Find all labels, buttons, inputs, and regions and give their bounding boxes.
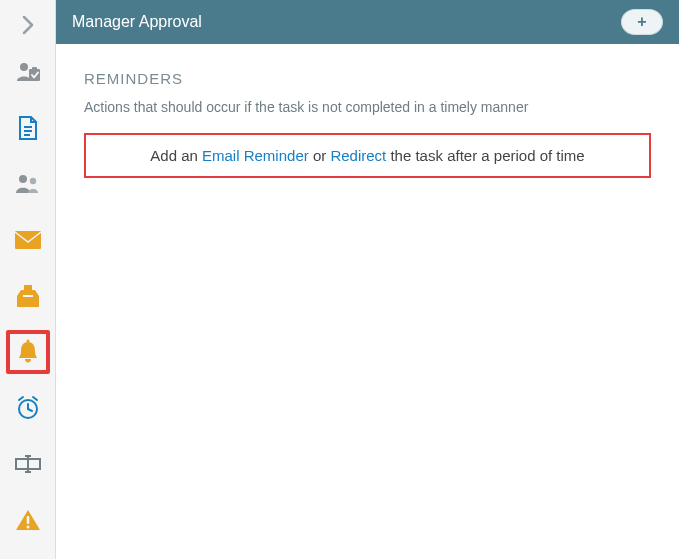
svg-rect-22 [26, 516, 29, 524]
document-icon [16, 115, 40, 141]
svg-point-12 [26, 340, 29, 343]
sidebar-item-alarm[interactable] [6, 386, 50, 430]
sidebar-item-warning[interactable] [6, 498, 50, 542]
action-text-suffix: the task after a period of time [386, 147, 584, 164]
user-check-icon [15, 59, 41, 85]
sidebar-item-user-check[interactable] [6, 50, 50, 94]
sidebar-item-rename[interactable] [6, 442, 50, 486]
svg-line-17 [33, 397, 37, 400]
sidebar-item-users[interactable] [6, 162, 50, 206]
svg-point-23 [26, 526, 29, 529]
svg-line-16 [19, 397, 23, 400]
envelope-icon [14, 230, 42, 250]
app-root: Manager Approval + REMINDERS Actions tha… [0, 0, 679, 559]
svg-rect-1 [29, 69, 40, 81]
ballot-box-icon [15, 284, 41, 308]
add-button[interactable]: + [621, 9, 663, 35]
reminders-action-box: Add an Email Reminder or Redirect the ta… [84, 133, 651, 178]
sidebar-item-reminders[interactable] [6, 330, 50, 374]
svg-rect-10 [24, 285, 32, 294]
sidebar [0, 0, 56, 559]
warning-icon [15, 508, 41, 532]
reminders-description: Actions that should occur if the task is… [84, 99, 651, 115]
alarm-clock-icon [15, 395, 41, 421]
svg-rect-8 [15, 231, 41, 249]
sidebar-item-document[interactable] [6, 106, 50, 150]
page-title: Manager Approval [72, 13, 202, 31]
chevron-right-icon [21, 15, 35, 35]
svg-point-7 [29, 178, 35, 184]
svg-point-6 [19, 175, 27, 183]
action-text-mid: or [309, 147, 331, 164]
svg-rect-9 [17, 296, 39, 307]
main-panel: Manager Approval + REMINDERS Actions tha… [56, 0, 679, 559]
plus-icon: + [637, 14, 646, 30]
rename-icon [14, 454, 42, 474]
content-area: REMINDERS Actions that should occur if t… [56, 44, 679, 204]
svg-line-15 [28, 409, 32, 411]
svg-rect-11 [23, 295, 33, 297]
action-text-prefix: Add an [150, 147, 202, 164]
svg-point-0 [20, 63, 28, 71]
sidebar-item-envelope[interactable] [6, 218, 50, 262]
sidebar-item-ballot-box[interactable] [6, 274, 50, 318]
redirect-link[interactable]: Redirect [330, 147, 386, 164]
svg-rect-2 [32, 67, 37, 70]
sidebar-expand-toggle[interactable] [6, 6, 50, 44]
email-reminder-link[interactable]: Email Reminder [202, 147, 309, 164]
reminders-heading: REMINDERS [84, 70, 651, 87]
header-bar: Manager Approval + [56, 0, 679, 44]
users-icon [14, 172, 42, 196]
bell-icon [16, 339, 40, 365]
